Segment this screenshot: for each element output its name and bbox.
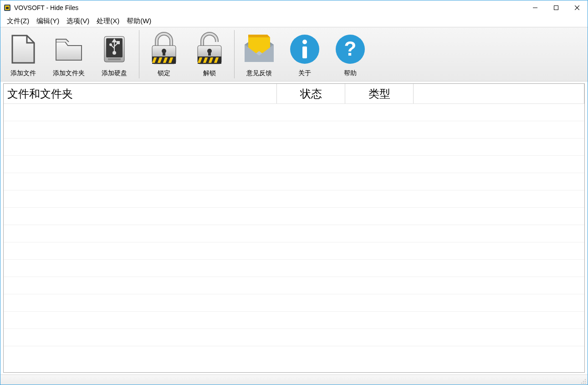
about-label: 关于 <box>298 69 311 77</box>
grid-row-empty <box>4 225 584 242</box>
help-icon: ? <box>334 31 367 67</box>
grid-row-empty <box>4 156 584 173</box>
lock-icon <box>148 31 179 67</box>
grid-row-empty <box>4 260 584 277</box>
menu-options[interactable]: 选项(V) <box>63 16 93 26</box>
titlebar: VOVSOFT - Hide Files <box>0 0 588 15</box>
column-header-files[interactable]: 文件和文件夹 <box>4 84 277 103</box>
file-list-grid[interactable]: 文件和文件夹 状态 类型 <box>3 83 585 373</box>
svg-rect-44 <box>585 379 586 380</box>
svg-rect-4 <box>554 6 558 10</box>
grid-row-empty <box>4 121 584 139</box>
grid-row-empty <box>4 277 584 294</box>
grid-body[interactable] <box>4 104 584 372</box>
menu-process[interactable]: 处理(X) <box>93 16 123 26</box>
content-area: 文件和文件夹 状态 类型 <box>0 82 588 375</box>
unlock-label: 解锁 <box>203 69 216 77</box>
info-icon <box>288 31 321 67</box>
svg-marker-36 <box>248 35 270 37</box>
toolbar: 添加文件 添加文件夹 <box>0 27 588 82</box>
help-label: 帮助 <box>344 69 357 77</box>
close-button[interactable] <box>567 0 588 15</box>
add-folder-button[interactable]: 添加文件夹 <box>46 28 92 80</box>
svg-rect-47 <box>581 383 582 384</box>
grid-row-empty <box>4 190 584 208</box>
toolbar-separator <box>234 30 235 78</box>
lock-button[interactable]: 锁定 <box>141 28 187 80</box>
app-window: VOVSOFT - Hide Files 文件(Z) 编辑(Y) 选项(V) 处… <box>0 0 588 385</box>
app-icon <box>3 4 11 12</box>
grid-row-empty <box>4 294 584 312</box>
add-file-button[interactable]: 添加文件 <box>0 28 46 80</box>
about-button[interactable]: 关于 <box>282 28 327 80</box>
maximize-button[interactable] <box>546 0 567 15</box>
minimize-button[interactable] <box>525 0 546 15</box>
svg-rect-2 <box>6 7 9 9</box>
add-file-label: 添加文件 <box>10 69 36 77</box>
svg-rect-45 <box>583 381 584 382</box>
column-header-spacer <box>414 84 584 103</box>
envelope-icon <box>241 31 277 67</box>
svg-rect-16 <box>108 58 121 60</box>
svg-rect-24 <box>163 51 165 56</box>
file-icon <box>7 31 40 67</box>
grid-row-empty <box>4 208 584 225</box>
feedback-label: 意见反馈 <box>246 69 272 77</box>
menubar: 文件(Z) 编辑(Y) 选项(V) 处理(X) 帮助(W) <box>0 15 588 27</box>
grid-row-empty <box>4 104 584 121</box>
resize-grip-icon[interactable] <box>580 378 587 385</box>
toolbar-separator <box>139 30 139 78</box>
help-button[interactable]: ? 帮助 <box>327 28 373 80</box>
svg-rect-48 <box>583 383 584 384</box>
menu-file[interactable]: 文件(Z) <box>3 16 33 26</box>
unlock-icon <box>194 31 225 67</box>
statusbar <box>0 375 588 385</box>
unlock-button[interactable]: 解锁 <box>187 28 232 80</box>
usb-disk-icon <box>98 31 131 67</box>
svg-rect-14 <box>117 41 119 44</box>
grid-row-empty <box>4 173 584 190</box>
column-header-status[interactable]: 状态 <box>277 84 345 103</box>
svg-point-40 <box>302 40 307 44</box>
add-folder-label: 添加文件夹 <box>53 69 85 77</box>
svg-text:?: ? <box>344 37 357 60</box>
grid-header: 文件和文件夹 状态 类型 <box>4 84 584 104</box>
svg-rect-41 <box>302 46 307 58</box>
feedback-button[interactable]: 意见反馈 <box>236 28 282 80</box>
folder-icon <box>52 31 85 67</box>
svg-rect-46 <box>585 381 586 382</box>
svg-rect-32 <box>208 51 211 56</box>
column-header-type[interactable]: 类型 <box>345 84 414 103</box>
grid-row-empty <box>4 329 584 346</box>
menu-help[interactable]: 帮助(W) <box>123 16 155 26</box>
add-disk-button[interactable]: 添加硬盘 <box>92 28 137 80</box>
grid-row-empty <box>4 312 584 329</box>
window-title: VOVSOFT - Hide Files <box>14 4 78 11</box>
menu-edit[interactable]: 编辑(Y) <box>33 16 63 26</box>
svg-point-13 <box>110 44 112 46</box>
grid-row-empty <box>4 242 584 260</box>
svg-rect-49 <box>585 383 586 384</box>
add-disk-label: 添加硬盘 <box>102 69 127 77</box>
lock-label: 锁定 <box>158 69 170 77</box>
grid-row-empty <box>4 139 584 156</box>
